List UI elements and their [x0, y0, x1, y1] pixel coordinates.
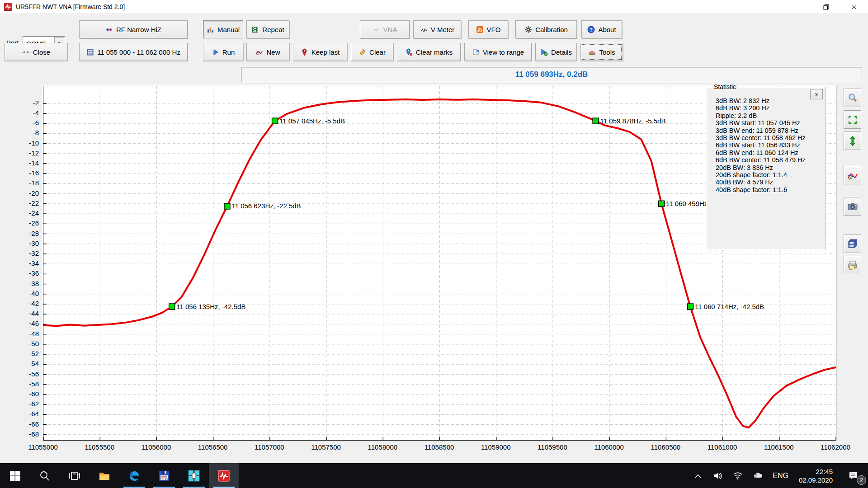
vna-gauge-icon [373, 26, 380, 33]
details-button[interactable]: Details [535, 43, 577, 61]
vfo-rss-icon [476, 26, 484, 33]
y-tick-label: -52 [12, 350, 39, 357]
clear-label: Clear [369, 48, 386, 56]
cursor-readout-bar: 11 059 693Hz, 0.2dB [241, 67, 862, 82]
y-tick-label: -64 [12, 410, 39, 418]
details-icon [540, 48, 548, 56]
file-explorer-button[interactable] [90, 463, 119, 488]
statistic-line: 6dB BW center: 11 058 479 Hz [716, 156, 822, 164]
x-tick-label: 11061500 [759, 443, 799, 451]
view-to-range-button[interactable]: View to range [464, 43, 532, 61]
v-meter-button[interactable]: V Meter [413, 20, 461, 38]
y-tick-label: -14 [12, 159, 39, 167]
restore-button[interactable] [812, 0, 840, 14]
statistic-line: 40dB shape factor: 1:1.6 [716, 186, 822, 193]
y-tick-label: -58 [12, 380, 39, 388]
tray-date: 02.09.2020 [799, 476, 833, 484]
statistic-line: 6dB BW: 3 290 Hz [716, 104, 822, 112]
new-button[interactable]: New [246, 43, 289, 61]
y-tick-label: -36 [12, 269, 39, 277]
statistic-line: 6dB BW start: 11 056 833 Hz [716, 141, 822, 149]
crystal-icon [188, 470, 200, 482]
notification-badge: 2 [857, 475, 866, 485]
clear-button[interactable]: Clear [351, 43, 393, 61]
close-port-button[interactable]: Close [5, 43, 68, 61]
onedrive-icon[interactable] [748, 463, 768, 488]
taskbar-search-button[interactable] [30, 463, 60, 488]
task-view-icon [69, 470, 80, 482]
y-tick-label: -66 [12, 420, 39, 428]
new-graph-icon [255, 48, 263, 56]
start-button[interactable] [0, 463, 30, 488]
clear-marks-label: Clear marks [416, 48, 453, 56]
keep-last-button[interactable]: Keep last [293, 43, 347, 61]
broom-icon [359, 48, 366, 56]
save-series-button[interactable] [844, 235, 861, 253]
statistic-line: 20dB BW: 3 836 Hz [716, 164, 822, 171]
nwt-vna-app-button[interactable] [209, 463, 239, 488]
v-meter-label: V Meter [431, 26, 455, 33]
screenshot-button[interactable] [844, 197, 861, 216]
vfo-button[interactable]: VFO [468, 20, 508, 38]
print-icon [847, 260, 858, 271]
print-button[interactable] [844, 256, 861, 274]
marker[interactable] [169, 304, 175, 310]
x-tick-label: 11057000 [249, 443, 290, 451]
tray-clock[interactable]: 22:45 02.09.2020 [793, 467, 838, 484]
tray-chevron-up-icon[interactable] [688, 464, 708, 488]
language-indicator[interactable]: ENG [768, 463, 793, 488]
action-center-button[interactable]: 2 [838, 463, 868, 488]
minimize-button[interactable] [784, 0, 812, 14]
y-tick-label: -42 [12, 300, 39, 307]
play-icon [212, 48, 219, 56]
crystal-app-button[interactable] [179, 463, 209, 488]
marker[interactable] [272, 118, 278, 124]
rf-narrow-hiz-button[interactable]: RF Narrow HiZ [79, 20, 188, 38]
task-view-button[interactable] [60, 463, 90, 488]
y-tick-label: -38 [12, 280, 39, 287]
about-button[interactable]: ? About [581, 20, 622, 38]
x-tick-label: 11058000 [362, 443, 403, 451]
marker[interactable] [687, 304, 693, 310]
close-window-button[interactable] [840, 0, 868, 14]
wifi-icon[interactable] [728, 463, 748, 488]
floppy-icon: 64 [158, 470, 170, 482]
y-tick-label: -26 [12, 219, 39, 227]
clear-marks-button[interactable]: Clear marks [397, 43, 461, 61]
question-icon: ? [587, 26, 595, 33]
fit-screen-button[interactable] [844, 110, 861, 129]
frequency-range-button[interactable]: 11 055 000 - 11 062 000 Hz [79, 43, 188, 61]
run-label: Run [222, 48, 235, 56]
search-icon [39, 470, 51, 482]
run-button[interactable]: Run [203, 43, 243, 61]
fit-vertical-button[interactable] [844, 131, 861, 150]
gear-icon [524, 26, 532, 33]
tools-button[interactable]: Tools [580, 43, 623, 61]
statistic-line: 40dB BW: 4 579 Hz [716, 178, 822, 186]
tray-time: 22:45 [799, 467, 833, 476]
statistic-line: 3dB BW end: 11 059 878 Hz [716, 127, 822, 134]
frequency-range-label: 11 055 000 - 11 062 000 Hz [97, 48, 180, 56]
x-tick-label: 11055000 [23, 443, 63, 451]
statistic-lines: 3dB BW: 2 832 Hz6dB BW: 3 290 HzRipple: … [716, 97, 822, 193]
marker[interactable] [224, 203, 230, 209]
calibration-button[interactable]: Calibration [515, 20, 577, 38]
windows-logo-icon [9, 470, 21, 482]
y-tick-label: -16 [12, 169, 39, 177]
manual-button[interactable]: Manual [203, 20, 243, 38]
marker[interactable] [593, 118, 599, 124]
new-label: New [266, 48, 280, 56]
graph-settings-button[interactable] [844, 166, 861, 184]
floppy-app-button[interactable]: 64 [149, 463, 179, 488]
vna-button[interactable]: VNA [360, 20, 410, 38]
marker[interactable] [659, 201, 665, 206]
repeat-button[interactable]: Repeat [246, 20, 289, 38]
zoom-button[interactable] [844, 89, 861, 107]
x-tick-label: 11059000 [476, 443, 516, 451]
y-tick-label: -10 [12, 139, 39, 147]
volume-icon[interactable] [708, 463, 728, 488]
system-tray: ENG 22:45 02.09.2020 2 [688, 463, 868, 488]
folder-icon [99, 470, 110, 482]
title-bar: UR5FFR NWT-VNA [Firmware Std 2.0] [0, 0, 868, 14]
edge-button[interactable] [119, 463, 149, 488]
